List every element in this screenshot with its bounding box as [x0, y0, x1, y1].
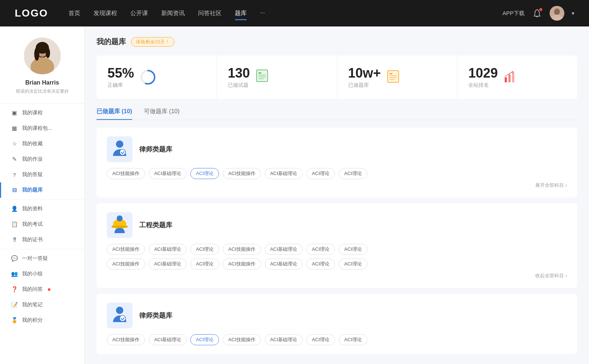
- bank-tags-engineer-row1: ACI技能操作 ACI基础理论 ACI理论 ACI技能操作 ACI基础理论 AC…: [107, 244, 567, 255]
- exam-icon: 📋: [11, 221, 18, 228]
- nav-bank[interactable]: 题库: [235, 8, 247, 19]
- l2-tag-6[interactable]: ACI理论: [339, 334, 367, 345]
- bank-card-lawyer-2: 律师类题库 ACI技能操作 ACI基础理论 ACI理论 ACI技能操作 ACI基…: [96, 294, 577, 354]
- eng-tag-r2-4[interactable]: ACI基础理论: [265, 258, 303, 270]
- notification-dot: [539, 8, 542, 11]
- bank-tags-lawyer-1: ACI技能操作 ACI基础理论 ACI理论 ACI技能操作 ACI基础理论 AC…: [107, 168, 567, 179]
- svg-rect-22: [389, 77, 397, 78]
- sidebar-item-questions[interactable]: ❓ 我的问答: [0, 282, 84, 297]
- l2-tag-3[interactable]: ACI技能操作: [223, 334, 261, 345]
- sidebar-item-exam[interactable]: 📋 我的考试: [0, 217, 84, 232]
- nav-more[interactable]: ···: [260, 8, 265, 19]
- nav-home[interactable]: 首页: [68, 8, 80, 19]
- stat-rank-number: 1029: [468, 66, 498, 81]
- svg-point-10: [39, 51, 41, 53]
- bank-icon: ⊟: [11, 187, 18, 193]
- sidebar-item-bank[interactable]: ⊟ 我的题库: [0, 182, 84, 198]
- sidebar-divider-1: [0, 103, 84, 104]
- sidebar-item-notes[interactable]: 📝 我的笔记: [0, 297, 84, 313]
- sidebar-item-profile[interactable]: 👤 我的资料: [0, 201, 84, 217]
- tab-done-banks[interactable]: 已做题库 (10): [96, 108, 132, 120]
- stat-done-tests-label: 已做试题: [228, 82, 250, 89]
- user-menu-chevron[interactable]: ▾: [572, 10, 574, 16]
- bank-title-lawyer-2: 律师类题库: [139, 311, 172, 320]
- expand-link-1[interactable]: 展开全部科目 ›: [107, 182, 567, 189]
- bank-header-engineer: 工程类题库: [107, 212, 567, 238]
- svg-point-1: [554, 8, 560, 15]
- eng-tag-r2-6[interactable]: ACI理论: [339, 258, 367, 270]
- eng-tag-r1-2[interactable]: ACI理论: [190, 244, 219, 255]
- eng-tag-r1-1[interactable]: ACI基础理论: [149, 244, 187, 255]
- sidebar-item-favorites[interactable]: ☆ 我的收藏: [0, 136, 84, 151]
- tag-1[interactable]: ACI基础理论: [149, 168, 187, 179]
- nav-news[interactable]: 新闻资讯: [161, 8, 185, 19]
- eng-tag-r2-2[interactable]: ACI理论: [190, 258, 219, 270]
- question-icon: ❓: [11, 286, 18, 293]
- nav-discover[interactable]: 发现课程: [94, 8, 117, 19]
- tag-4[interactable]: ACI基础理论: [265, 168, 303, 179]
- svg-rect-20: [389, 73, 392, 74]
- sidebar-item-answers[interactable]: ? 我的答疑: [0, 167, 84, 182]
- sidebar-username: Brian Harris: [25, 79, 59, 86]
- eng-tag-r1-0[interactable]: ACI技能操作: [107, 244, 145, 255]
- svg-rect-14: [257, 70, 268, 82]
- logo[interactable]: LOGO: [15, 7, 48, 19]
- group-icon: 👥: [11, 271, 18, 277]
- eng-tag-r2-0[interactable]: ACI技能操作: [107, 258, 145, 270]
- list-green-icon: [256, 69, 268, 85]
- tab-available-banks[interactable]: 可做题库 (10): [144, 108, 180, 120]
- l2-tag-5[interactable]: ACI理论: [306, 334, 335, 345]
- stat-done-tests-number: 130: [228, 66, 250, 81]
- l2-tag-4[interactable]: ACI基础理论: [265, 334, 303, 345]
- svg-point-9: [46, 48, 50, 58]
- nav-qa[interactable]: 问答社区: [198, 8, 222, 19]
- tag-3[interactable]: ACI技能操作: [223, 168, 261, 179]
- bank-tags-engineer: ACI技能操作 ACI基础理论 ACI理论 ACI技能操作 ACI基础理论 AC…: [107, 244, 567, 270]
- tag-0[interactable]: ACI技能操作: [107, 168, 145, 179]
- sidebar-item-oneone[interactable]: 💬 一对一答疑: [0, 251, 84, 266]
- sidebar-item-package[interactable]: ▦ 我的课程包...: [0, 121, 84, 136]
- l2-tag-2-active[interactable]: ACI理论: [190, 334, 219, 345]
- svg-rect-16: [258, 75, 266, 75]
- eng-tag-r1-5[interactable]: ACI理论: [306, 244, 335, 255]
- svg-point-8: [34, 47, 39, 61]
- notification-bell[interactable]: [532, 8, 542, 18]
- stat-done-banks: 10w+ 已做题库: [337, 56, 458, 99]
- app-download-link[interactable]: APP下载: [502, 10, 525, 17]
- eng-tag-r2-5[interactable]: ACI理论: [306, 258, 335, 270]
- svg-rect-25: [508, 74, 511, 82]
- l2-tag-1[interactable]: ACI基础理论: [149, 334, 187, 345]
- chart-red-icon: [504, 70, 516, 85]
- user-avatar[interactable]: [550, 6, 564, 21]
- sidebar-item-cert[interactable]: 🎖 我的证书: [0, 232, 84, 247]
- nav-right: APP下载 ▾: [502, 6, 574, 21]
- sidebar-item-course[interactable]: ▣ 我的课程: [0, 105, 84, 121]
- nav-open-course[interactable]: 公开课: [130, 8, 148, 19]
- stat-rank-label: 全站排名: [468, 82, 498, 89]
- qa-icon: ?: [11, 171, 18, 178]
- sidebar-divider-2: [0, 199, 84, 200]
- svg-point-11: [43, 51, 45, 53]
- tag-5[interactable]: ACI理论: [306, 168, 335, 179]
- tag-6[interactable]: ACI理论: [339, 168, 367, 179]
- sidebar-motto: 错误的决定比没有决定要好: [8, 88, 76, 94]
- eng-tag-r1-6[interactable]: ACI理论: [339, 244, 367, 255]
- engineer-icon: [107, 212, 133, 238]
- bank-card-engineer: 工程类题库 ACI技能操作 ACI基础理论 ACI理论 ACI技能操作 ACI基…: [96, 203, 577, 288]
- bank-card-lawyer-1: 律师类题库 ACI技能操作 ACI基础理论 ACI理论 ACI技能操作 ACI基…: [96, 128, 577, 197]
- l2-tag-0[interactable]: ACI技能操作: [107, 334, 145, 345]
- nav-items: 首页 发现课程 公开课 新闻资讯 问答社区 题库 ···: [68, 8, 489, 19]
- sidebar-item-group[interactable]: 👥 我的小组: [0, 266, 84, 282]
- sidebar-item-homework[interactable]: ✎ 我的作业: [0, 151, 84, 167]
- eng-tag-r1-3[interactable]: ACI技能操作: [223, 244, 261, 255]
- svg-point-28: [116, 140, 123, 148]
- collapse-link[interactable]: 收起全部科目 ›: [107, 272, 567, 279]
- eng-tag-r1-4[interactable]: ACI基础理论: [265, 244, 303, 255]
- svg-point-29: [120, 149, 126, 155]
- eng-tag-r2-3[interactable]: ACI技能操作: [223, 258, 261, 270]
- data-icon: 👤: [11, 206, 18, 212]
- eng-tag-r2-1[interactable]: ACI基础理论: [149, 258, 187, 270]
- tag-2-active[interactable]: ACI理论: [190, 168, 219, 179]
- stat-done-tests: 130 已做试题: [217, 56, 337, 99]
- sidebar-item-points[interactable]: 🏅 我的积分: [0, 313, 84, 328]
